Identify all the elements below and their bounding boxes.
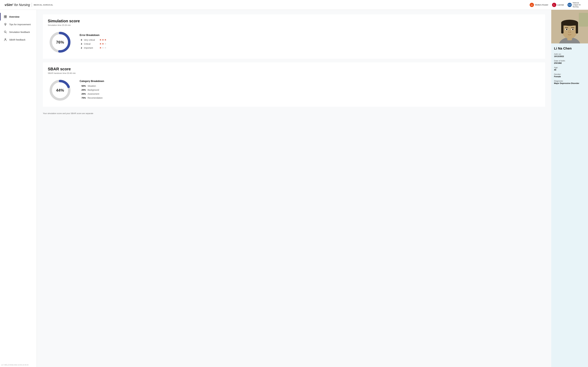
lightbulb-icon bbox=[4, 23, 7, 26]
critical-label: Critical bbox=[84, 43, 98, 45]
nln-logo: NLN National League for Nursing bbox=[568, 2, 583, 8]
simulation-score-content: 76% Error Breakdown 0 Very critical ✕ ✕ … bbox=[48, 30, 540, 54]
grid-icon bbox=[4, 15, 7, 18]
svg-rect-2 bbox=[4, 16, 5, 17]
wolters-kluwer-logo: WK Wolters Kluwer bbox=[530, 3, 548, 7]
patient-dob-value: 2/5/1982 bbox=[554, 62, 585, 64]
svg-rect-26 bbox=[579, 13, 588, 27]
important-x-1: ✕ bbox=[100, 47, 101, 49]
patient-photo bbox=[551, 10, 588, 43]
situation-label: Situation bbox=[87, 85, 96, 87]
version-tag: v2.7.800.a71933d-2022-10-05-10-34-43 bbox=[1, 364, 28, 366]
breakdown-row-very-critical: 0 Very critical ✕ ✕ ✕ bbox=[80, 39, 540, 41]
svg-point-6 bbox=[5, 23, 6, 25]
patient-diagnosis-label: Diagnosis: bbox=[554, 80, 585, 82]
sbar-score-content: 44% Category Breakdown 50% Situation 25%… bbox=[48, 78, 540, 102]
sidebar-tips-label: Tips for improvement bbox=[9, 23, 31, 26]
background-pct: 25% bbox=[80, 89, 86, 91]
laerdal-logo: L Laerdal bbox=[552, 3, 564, 7]
patient-name: Li Na Chen bbox=[554, 47, 585, 50]
sidebar-sbar-feedback-label: SBAR feedback bbox=[9, 38, 26, 41]
x-mark-3: ✕ bbox=[104, 39, 106, 41]
patient-gender: Gender: Female bbox=[554, 73, 585, 78]
very-critical-count: 0 bbox=[80, 39, 82, 41]
category-assessment: 25% Assessment bbox=[80, 93, 540, 95]
svg-point-25 bbox=[572, 29, 574, 30]
sidebar-sim-feedback-label: Simulation feedback bbox=[9, 31, 30, 33]
laerdal-icon: L bbox=[552, 3, 556, 7]
patient-info: Li Na Chen Adm on: 10/13/2022 Date of bi… bbox=[551, 43, 588, 90]
sbar-score-title: SBAR score bbox=[48, 67, 540, 71]
breakdown-row-important: 2 Important ✕ ✕ ✕ bbox=[80, 47, 540, 49]
patient-adm-value: 10/13/2022 bbox=[554, 55, 585, 58]
assessment-label: Assessment bbox=[87, 93, 99, 95]
x-mark-1: ✕ bbox=[100, 39, 101, 41]
search-icon bbox=[4, 30, 7, 34]
svg-rect-21 bbox=[576, 23, 578, 33]
background-label: Background bbox=[87, 89, 99, 91]
important-label: Important bbox=[84, 47, 98, 49]
patient-dob: Date of birth: 2/5/1982 bbox=[554, 60, 585, 64]
very-critical-label: Very critical bbox=[84, 39, 98, 41]
svg-point-24 bbox=[566, 29, 568, 30]
simulation-score-percent: 76% bbox=[56, 40, 64, 45]
very-critical-marks: ✕ ✕ ✕ bbox=[100, 39, 106, 41]
patient-age-label: Age: bbox=[554, 66, 585, 69]
svg-rect-20 bbox=[561, 23, 563, 33]
patient-panel: Li Na Chen Adm on: 10/13/2022 Date of bi… bbox=[551, 10, 588, 367]
wk-name: Wolters Kluwer bbox=[535, 4, 548, 6]
patient-gender-label: Gender: bbox=[554, 73, 585, 75]
critical-x-1: ✕ bbox=[100, 43, 101, 45]
important-count: 2 bbox=[80, 47, 82, 49]
situation-pct: 50% bbox=[80, 85, 86, 87]
svg-rect-19 bbox=[561, 23, 578, 25]
category-situation: 50% Situation bbox=[80, 85, 540, 87]
sidebar-item-tips[interactable]: Tips for improvement bbox=[0, 20, 37, 28]
vsim-logo: vSim® for Nursing bbox=[5, 3, 30, 7]
category-breakdown-title: Category Breakdown bbox=[80, 80, 540, 83]
partner-logos: WK Wolters Kluwer L Laerdal NLN National… bbox=[530, 2, 583, 8]
x-mark-2: ✕ bbox=[102, 39, 104, 41]
simulation-score-donut: 76% bbox=[48, 30, 72, 54]
sbar-score-percent: 44% bbox=[56, 88, 64, 93]
error-breakdown-title: Error Breakdown bbox=[80, 34, 540, 37]
laerdal-name: Laerdal bbox=[557, 4, 564, 6]
sidebar-item-sbar-feedback[interactable]: SBAR feedback bbox=[0, 36, 37, 43]
patient-adm: Adm on: 10/13/2022 bbox=[554, 53, 585, 58]
simulation-score-section: Simulation score Simulation time 25:26 m… bbox=[43, 14, 545, 59]
person-icon bbox=[4, 38, 7, 41]
patient-gender-value: Female bbox=[554, 75, 585, 78]
important-x-2: ✕ bbox=[102, 47, 104, 49]
logo-divider bbox=[32, 3, 32, 7]
sidebar-overview-label: Overview bbox=[9, 16, 19, 18]
critical-x-2: ✕ bbox=[102, 43, 104, 45]
sidebar-item-overview[interactable]: Overview bbox=[0, 13, 37, 20]
simulation-score-title: Simulation score bbox=[48, 19, 540, 23]
sbar-score-donut: 44% bbox=[48, 78, 72, 102]
logo-subtitle: MEDICAL-SURGICAL bbox=[34, 4, 53, 6]
critical-count: 3 bbox=[80, 43, 82, 45]
assessment-pct: 25% bbox=[80, 93, 86, 95]
svg-text:WK: WK bbox=[531, 4, 533, 6]
critical-marks: ✕ ✕ ✕ bbox=[100, 43, 106, 45]
nln-icon: NLN bbox=[568, 3, 572, 7]
header: vSim® for Nursing MEDICAL-SURGICAL WK Wo… bbox=[0, 0, 588, 10]
main-layout: Overview Tips for improvement Simulatio bbox=[0, 10, 588, 367]
important-marks: ✕ ✕ ✕ bbox=[100, 47, 106, 49]
breakdown-row-critical: 3 Critical ✕ ✕ ✕ bbox=[80, 43, 540, 45]
simulation-score-subtitle: Simulation time 25:26 min bbox=[48, 24, 540, 26]
sbar-score-subtitle: SBAR handover time 03:46 min bbox=[48, 72, 540, 74]
svg-rect-3 bbox=[6, 16, 7, 17]
recommendation-label: Recomendation bbox=[87, 97, 103, 99]
sbar-score-section: SBAR score SBAR handover time 03:46 min … bbox=[43, 62, 545, 107]
category-breakdown: Category Breakdown 50% Situation 25% Bac… bbox=[80, 80, 540, 101]
category-background: 25% Background bbox=[80, 89, 540, 91]
svg-point-9 bbox=[5, 39, 6, 40]
svg-line-8 bbox=[6, 33, 7, 33]
patient-adm-label: Adm on: bbox=[554, 53, 585, 55]
patient-dob-label: Date of birth: bbox=[554, 60, 585, 62]
patient-diagnosis: Diagnosis: Major Depressive Disorder bbox=[554, 80, 585, 84]
wk-icon: WK bbox=[530, 3, 534, 7]
sidebar-item-sim-feedback[interactable]: Simulation feedback bbox=[0, 28, 37, 36]
patient-age-value: 40 bbox=[554, 69, 585, 71]
